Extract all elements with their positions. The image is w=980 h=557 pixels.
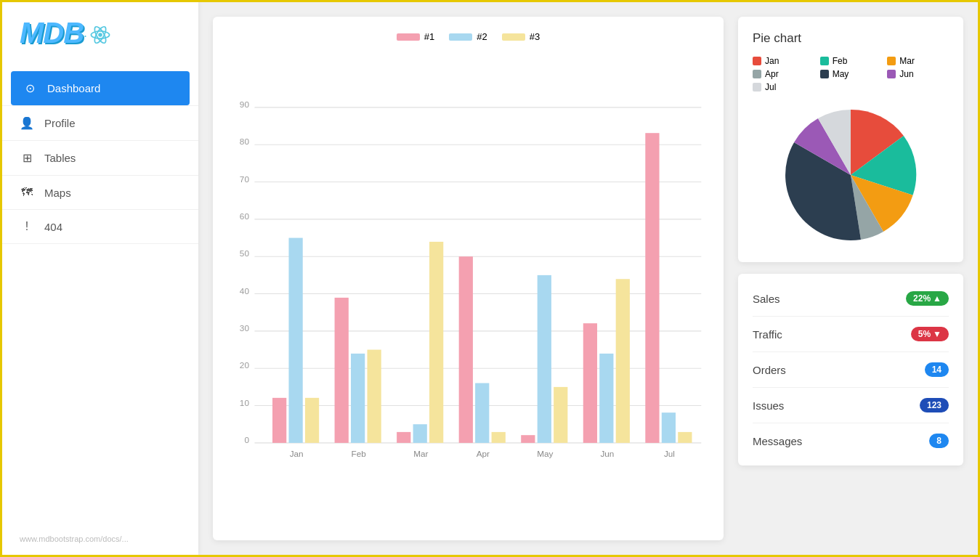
svg-text:40: 40 bbox=[240, 286, 250, 296]
legend-jan: Jan bbox=[753, 56, 814, 66]
stat-row-sales: Sales 22% ▲ bbox=[753, 281, 949, 317]
svg-text:Feb: Feb bbox=[352, 449, 367, 458]
bar bbox=[678, 432, 692, 443]
sidebar-item-404[interactable]: ! 404 bbox=[2, 210, 198, 244]
legend-label-may: May bbox=[833, 69, 849, 79]
svg-point-0 bbox=[98, 33, 102, 37]
sidebar-item-profile-label: Profile bbox=[44, 117, 76, 129]
legend-label-3: #3 bbox=[530, 31, 540, 42]
svg-text:70: 70 bbox=[240, 174, 250, 184]
legend-apr: Apr bbox=[753, 69, 814, 79]
bar bbox=[538, 275, 551, 443]
dashboard-icon: ⊙ bbox=[23, 81, 37, 95]
bar bbox=[475, 383, 489, 443]
bar-chart-area: 0 10 20 30 40 50 60 70 80 90 bbox=[227, 49, 709, 526]
svg-text:60: 60 bbox=[240, 211, 250, 221]
bar bbox=[288, 238, 302, 443]
stat-row-messages: Messages 8 bbox=[753, 423, 949, 458]
legend-may: May bbox=[820, 69, 882, 79]
legend-jul: Jul bbox=[753, 82, 814, 92]
bar bbox=[367, 350, 381, 443]
svg-text:Apr: Apr bbox=[477, 449, 490, 458]
sidebar-item-dashboard[interactable]: ⊙ Dashboard bbox=[11, 71, 190, 105]
stat-badge-sales: 22% ▲ bbox=[906, 291, 949, 306]
bar bbox=[583, 323, 597, 443]
legend-color-2 bbox=[449, 33, 472, 41]
legend-series-3: #3 bbox=[502, 31, 540, 42]
stat-label-traffic: Traffic bbox=[753, 328, 782, 341]
legend-dot-jul bbox=[753, 83, 761, 92]
sidebar-item-dashboard-label: Dashboard bbox=[47, 82, 100, 94]
legend-label-2: #2 bbox=[477, 31, 487, 42]
nav-menu: ⊙ Dashboard 👤 Profile ⊞ Tables 🗺 Maps ! … bbox=[2, 71, 198, 244]
logo: MDB. bbox=[2, 2, 198, 64]
bar bbox=[429, 242, 443, 443]
legend-feb: Feb bbox=[820, 56, 882, 66]
logo-dot: . bbox=[84, 25, 87, 41]
svg-text:Jan: Jan bbox=[290, 449, 304, 458]
maps-icon: 🗺 bbox=[20, 186, 34, 199]
bar bbox=[599, 354, 613, 443]
stat-badge-orders: 14 bbox=[925, 362, 949, 377]
legend-label-jan: Jan bbox=[765, 56, 779, 66]
right-panel: Pie chart Jan Feb Mar Apr bbox=[738, 17, 963, 540]
bar bbox=[335, 298, 349, 443]
stats-card: Sales 22% ▲ Traffic 5% ▼ Orders 14 bbox=[738, 274, 963, 465]
bar bbox=[305, 398, 319, 443]
bar bbox=[272, 398, 286, 443]
sidebar-item-tables[interactable]: ⊞ Tables bbox=[2, 141, 198, 176]
legend-label-apr: Apr bbox=[765, 69, 779, 79]
bar bbox=[397, 432, 410, 443]
svg-text:10: 10 bbox=[240, 398, 250, 407]
legend-label-mar: Mar bbox=[899, 56, 915, 66]
svg-text:90: 90 bbox=[240, 99, 250, 109]
sidebar-item-404-label: 404 bbox=[44, 221, 62, 233]
sidebar: MDB. ⊙ Dashboard 👤 Profile ⊞ Tables 🗺 Ma… bbox=[2, 2, 198, 555]
bar bbox=[554, 387, 567, 443]
legend-color-3 bbox=[502, 33, 525, 41]
stat-row-orders: Orders 14 bbox=[753, 352, 949, 388]
pie-legend: Jan Feb Mar Apr May bbox=[753, 56, 949, 92]
legend-dot-jun bbox=[887, 70, 896, 78]
pie-chart-card: Pie chart Jan Feb Mar Apr bbox=[738, 17, 963, 262]
legend-label-1: #1 bbox=[424, 31, 434, 42]
pie-chart-container bbox=[753, 102, 949, 248]
error-icon: ! bbox=[20, 220, 34, 233]
bar bbox=[492, 432, 506, 443]
bar bbox=[645, 133, 659, 443]
legend-series-2: #2 bbox=[449, 31, 487, 42]
sidebar-item-profile[interactable]: 👤 Profile bbox=[2, 105, 198, 141]
svg-text:Mar: Mar bbox=[413, 449, 428, 458]
bar-chart-svg: 0 10 20 30 40 50 60 70 80 90 bbox=[227, 49, 709, 526]
arrow-down-icon: ▼ bbox=[933, 329, 941, 339]
sidebar-footer: www.mdbootstrap.com/docs/... bbox=[2, 523, 198, 555]
bar bbox=[351, 354, 365, 443]
svg-text:May: May bbox=[537, 449, 553, 458]
pie-chart-svg bbox=[771, 102, 931, 248]
bar-chart-card: #1 #2 #3 0 10 20 30 40 50 60 70 8 bbox=[213, 17, 724, 540]
tables-icon: ⊞ bbox=[20, 151, 34, 165]
bar bbox=[521, 435, 535, 443]
stat-label-issues: Issues bbox=[753, 399, 784, 412]
stat-badge-traffic: 5% ▼ bbox=[911, 327, 949, 341]
legend-dot-feb bbox=[820, 57, 829, 65]
sidebar-item-maps[interactable]: 🗺 Maps bbox=[2, 176, 198, 210]
legend-series-1: #1 bbox=[397, 31, 434, 42]
sidebar-item-maps-label: Maps bbox=[44, 187, 71, 199]
stat-badge-issues: 123 bbox=[920, 398, 949, 412]
svg-text:20: 20 bbox=[240, 360, 250, 370]
svg-text:0: 0 bbox=[244, 435, 249, 444]
legend-dot-apr bbox=[753, 70, 761, 78]
stat-label-messages: Messages bbox=[753, 435, 802, 447]
profile-icon: 👤 bbox=[20, 116, 34, 130]
pie-chart-title: Pie chart bbox=[753, 31, 949, 46]
react-icon bbox=[90, 25, 110, 45]
stat-row-traffic: Traffic 5% ▼ bbox=[753, 317, 949, 352]
svg-text:80: 80 bbox=[240, 137, 250, 146]
legend-jun: Jun bbox=[887, 69, 949, 79]
legend-label-jul: Jul bbox=[765, 82, 776, 92]
legend-label-feb: Feb bbox=[833, 56, 848, 66]
stat-row-issues: Issues 123 bbox=[753, 388, 949, 423]
stat-badge-messages: 8 bbox=[929, 434, 949, 448]
legend-color-1 bbox=[397, 33, 420, 41]
